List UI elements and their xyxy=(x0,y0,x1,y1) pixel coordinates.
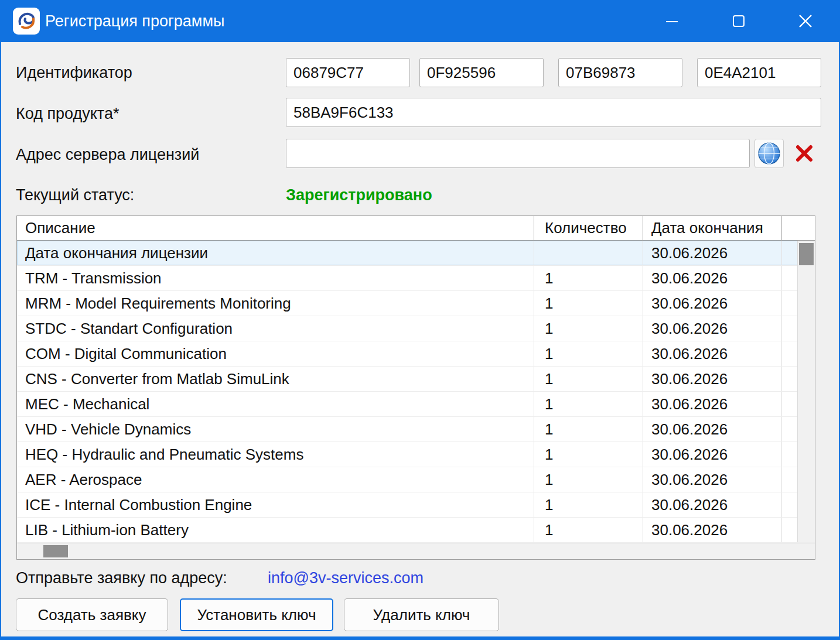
close-button[interactable] xyxy=(772,0,839,42)
cell-end-date: 30.06.2026 xyxy=(643,392,782,416)
window-controls xyxy=(638,0,839,42)
delete-key-button[interactable]: Удалить ключ xyxy=(344,598,499,631)
horizontal-scrollbar[interactable] xyxy=(17,543,815,559)
license-table: Описание Количество Дата окончания Дата … xyxy=(16,215,815,560)
clear-server-button[interactable] xyxy=(790,139,819,168)
table-row[interactable]: LIB - Lithium-ion Battery 1 30.06.2026 xyxy=(17,518,815,543)
create-request-button[interactable]: Создать заявку xyxy=(16,598,168,631)
table-row[interactable]: CNS - Converter from Matlab SimuLink 1 3… xyxy=(17,367,815,392)
cell-description: TRM - Transmission xyxy=(17,266,534,290)
table-row[interactable]: Дата окончания лицензии 30.06.2026 xyxy=(17,241,815,266)
close-icon xyxy=(797,12,814,30)
cell-end-date: 30.06.2026 xyxy=(643,417,782,442)
maximize-button[interactable] xyxy=(705,0,772,42)
cell-quantity: 1 xyxy=(534,392,643,416)
cell-end-date: 30.06.2026 xyxy=(643,518,782,542)
cell-end-date: 30.06.2026 xyxy=(643,291,782,316)
window-titlebar: Регистрация программы xyxy=(1,0,839,42)
globe-icon xyxy=(757,141,781,166)
cell-description: STDC - Standart Configuration xyxy=(17,316,534,341)
vertical-scrollbar-thumb[interactable] xyxy=(799,243,814,265)
table-row[interactable]: HEQ - Hydraulic and Pneumatic Systems 1 … xyxy=(17,442,815,467)
cell-quantity: 1 xyxy=(534,291,643,316)
cell-end-date: 30.06.2026 xyxy=(643,442,782,467)
cell-end-date: 30.06.2026 xyxy=(643,266,782,290)
table-row[interactable]: MRM - Model Requirements Monitoring 1 30… xyxy=(17,291,815,316)
table-row[interactable]: ICE - Internal Combustion Engine 1 30.06… xyxy=(17,492,815,518)
send-request-label: Отправьте заявку по адресу: xyxy=(16,569,227,587)
product-code-label: Код продукта* xyxy=(16,105,119,123)
cell-description: MEC - Mechanical xyxy=(17,392,534,416)
column-header-description[interactable]: Описание xyxy=(17,216,534,240)
cell-quantity: 1 xyxy=(534,266,643,290)
horizontal-scrollbar-thumb[interactable] xyxy=(43,545,68,557)
table-row[interactable]: TRM - Transmission 1 30.06.2026 xyxy=(17,266,815,291)
cell-end-date: 30.06.2026 xyxy=(643,492,782,517)
vertical-scrollbar[interactable] xyxy=(797,241,815,542)
cell-description: LIB - Lithium-ion Battery xyxy=(17,518,534,542)
table-row[interactable]: AER - Aerospace 1 30.06.2026 xyxy=(17,467,815,492)
table-row[interactable]: COM - Digital Communication 1 30.06.2026 xyxy=(17,341,815,367)
cell-quantity: 1 xyxy=(534,492,643,517)
minimize-button[interactable] xyxy=(638,0,705,42)
identifier-input-4[interactable] xyxy=(697,58,821,87)
identifier-input-2[interactable] xyxy=(419,58,544,87)
registration-window: Регистрация программы Идентификатор xyxy=(0,0,840,640)
browse-server-button[interactable] xyxy=(754,139,784,168)
column-header-quantity[interactable]: Количество xyxy=(534,216,643,240)
cell-quantity xyxy=(534,241,643,265)
cell-quantity: 1 xyxy=(534,417,643,442)
table-body: Дата окончания лицензии 30.06.2026 TRM -… xyxy=(17,241,815,543)
identifier-input-3[interactable] xyxy=(558,58,682,87)
product-code-input[interactable] xyxy=(286,98,821,127)
table-row[interactable]: VHD - Vehicle Dynamics 1 30.06.2026 xyxy=(17,417,815,442)
minimize-icon xyxy=(664,13,679,29)
cell-description: VHD - Vehicle Dynamics xyxy=(17,417,534,442)
cell-description: COM - Digital Communication xyxy=(17,341,534,366)
cell-end-date: 30.06.2026 xyxy=(643,341,782,366)
table-row[interactable]: STDC - Standart Configuration 1 30.06.20… xyxy=(17,316,815,341)
clear-x-icon xyxy=(793,142,815,165)
cell-end-date: 30.06.2026 xyxy=(643,467,782,492)
app-logo-icon xyxy=(13,8,40,35)
cell-quantity: 1 xyxy=(534,442,643,467)
cell-description: CNS - Converter from Matlab SimuLink xyxy=(17,367,534,391)
cell-quantity: 1 xyxy=(534,316,643,341)
email-link[interactable]: info@3v-services.com xyxy=(268,569,424,587)
cell-quantity: 1 xyxy=(534,518,643,542)
cell-description: ICE - Internal Combustion Engine xyxy=(17,492,534,517)
cell-description: HEQ - Hydraulic and Pneumatic Systems xyxy=(17,442,534,467)
cell-end-date: 30.06.2026 xyxy=(643,367,782,391)
column-header-end-date[interactable]: Дата окончания xyxy=(643,216,782,240)
cell-description: MRM - Model Requirements Monitoring xyxy=(17,291,534,316)
column-header-clipped xyxy=(782,216,815,240)
window-title: Регистрация программы xyxy=(45,12,224,30)
table-row[interactable]: MEC - Mechanical 1 30.06.2026 xyxy=(17,392,815,417)
status-value: Зарегистрировано xyxy=(286,186,432,204)
maximize-icon xyxy=(731,13,746,29)
cell-end-date: 30.06.2026 xyxy=(643,316,782,341)
cell-end-date: 30.06.2026 xyxy=(643,241,782,265)
license-server-input[interactable] xyxy=(286,139,750,168)
cell-description: Дата окончания лицензии xyxy=(17,241,534,265)
identifier-input-1[interactable] xyxy=(286,58,410,87)
cell-description: AER - Aerospace xyxy=(17,467,534,492)
license-server-label: Адрес сервера лицензий xyxy=(16,146,199,164)
table-header: Описание Количество Дата окончания xyxy=(17,216,815,241)
status-label: Текущий статус: xyxy=(16,186,134,204)
identifier-label: Идентификатор xyxy=(16,64,132,82)
cell-quantity: 1 xyxy=(534,341,643,366)
cell-quantity: 1 xyxy=(534,467,643,492)
cell-quantity: 1 xyxy=(534,367,643,391)
install-key-button[interactable]: Установить ключ xyxy=(180,598,333,631)
